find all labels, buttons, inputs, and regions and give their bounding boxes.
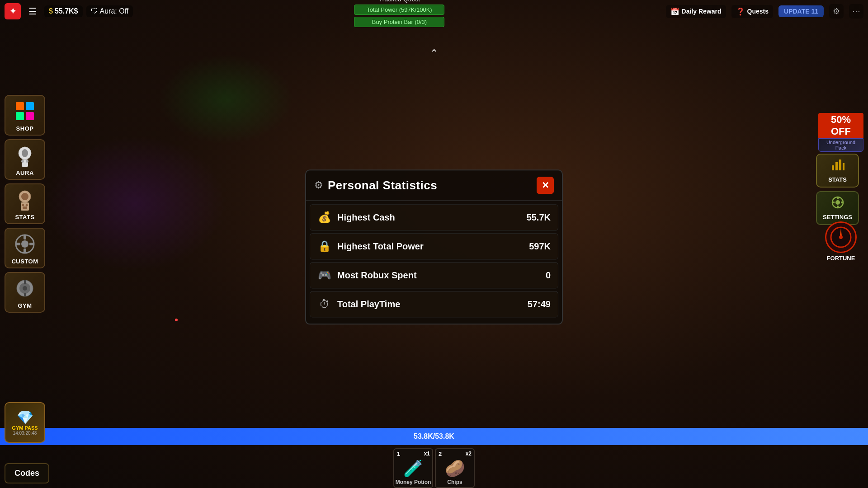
svg-rect-28 [839,160,841,170]
svg-point-31 [835,200,840,205]
codes-btn[interactable]: Codes [5,463,49,483]
gym-icon-sidebar [13,276,38,300]
stat-row-2: 🎮 Most Robux Spent 0 [310,262,558,288]
sidebar-item-custom[interactable]: CUSTOM [5,228,45,268]
sidebar-item-gym[interactable]: GYM [5,272,45,313]
stats-label-sidebar: STATS [15,214,34,221]
dialog-header: ⚙ Personal Statistics ✕ [306,170,562,201]
sidebar-item-aura[interactable]: AURA [5,139,45,180]
daily-reward-btn[interactable]: 📅 Daily Reward [666,5,726,18]
dialog-header-icon: ⚙ [314,179,323,191]
svg-point-23 [23,286,27,291]
stat-name-0: Highest Cash [337,212,509,223]
stat-name-1: Highest Total Power [337,241,509,252]
quest1-bar[interactable]: Total Power (597K/100K) [354,5,444,15]
stat-icon-0: 💰 [317,211,332,224]
fortune-circle [825,221,857,253]
stat-icon-2: 🎮 [317,269,332,282]
inv-slot-2-name: Chips [447,479,462,485]
gym-pass-time: 14:03:20:48 [13,431,37,436]
fortune-label: FORTUNE [827,255,855,262]
bg-glow [45,136,226,271]
settings-panel-btn[interactable]: SETTINGS [816,191,859,225]
svg-rect-3 [26,112,34,120]
xp-bar: 53.8K/53.8K [0,428,868,445]
svg-point-5 [22,149,28,157]
cash-display: $ 55.7K$ [44,5,83,17]
shop-label: SHOP [16,125,34,132]
left-sidebar: SHOP AURA STATS [5,95,45,313]
update-badge[interactable]: UPDATE 11 [778,5,824,17]
stat-value-1: 597K [514,241,551,252]
gym-label-sidebar: GYM [18,302,32,309]
promo-pack-label: Underground Pack [818,138,863,152]
chevron-up-icon[interactable]: ⌃ [430,47,438,59]
svg-rect-14 [23,206,27,209]
promo-badge[interactable]: 50% OFF Underground Pack 19:01 [818,113,863,151]
right-sidebar: STATS SETTINGS [816,154,859,225]
sidebar-item-stats[interactable]: STATS [5,183,45,224]
dialog-body: 💰 Highest Cash 55.7K 🔒 Highest Total Pow… [306,201,562,324]
cash-icon: $ [49,7,53,15]
inventory-bar: 1 x1 🧪 Money Potion 2 x2 🥔 Chips [393,448,475,488]
stat-icon-1: 🔒 [317,240,332,253]
quests-icon: ❓ [736,7,745,16]
settings-panel-icon [831,196,844,212]
stats-panel-icon [831,159,844,174]
quest2-bar[interactable]: Buy Protein Bar (0/3) [354,17,444,27]
svg-rect-17 [24,235,26,239]
inv-slot-1[interactable]: 1 x1 🧪 Money Potion [393,448,433,488]
svg-point-16 [21,240,28,248]
promo-off: 50% OFF [818,113,863,138]
inv-slot-2-icon: 🥔 [445,459,465,478]
cash-value: 55.7K$ [55,7,78,15]
gear-icon[interactable]: ⚙ [829,4,844,19]
shop-icon [13,99,38,123]
svg-rect-24 [24,280,26,284]
stat-icon-3: ⏱ [317,298,332,310]
inv-slot-1-name: Money Potion [396,479,431,485]
inv-slot-1-count: x1 [424,450,430,457]
quests-btn[interactable]: ❓ Quests [731,5,773,18]
svg-point-37 [839,235,843,239]
svg-point-7 [21,160,24,163]
stat-value-3: 57:49 [514,299,551,310]
xp-bar-container: 53.8K/53.8K [0,428,868,445]
svg-rect-20 [29,243,34,245]
menu-icon[interactable]: ☰ [24,3,41,19]
topbar-right: 📅 Daily Reward ❓ Quests UPDATE 11 ⚙ ⋯ [666,4,863,19]
more-options-icon[interactable]: ⋯ [849,4,863,19]
svg-point-10 [21,193,28,200]
stat-name-2: Most Robux Spent [337,270,509,281]
roblox-icon[interactable]: ✦ [5,3,21,19]
svg-rect-2 [16,112,24,120]
gym-pass-btn[interactable]: 💎 GYM PASS 14:03:20:48 [5,402,45,443]
gym-pass-icon: 💎 [17,409,33,425]
svg-rect-0 [16,102,24,110]
svg-rect-1 [26,102,34,110]
personal-statistics-dialog: ⚙ Personal Statistics ✕ 💰 Highest Cash 5… [305,169,563,324]
fortune-btn[interactable]: FORTUNE [818,221,863,267]
svg-rect-35 [841,202,844,203]
inv-slot-1-number: 1 [397,450,400,457]
stats-icon-sidebar [13,187,38,212]
dialog-close-btn[interactable]: ✕ [537,177,554,194]
custom-icon-sidebar [13,231,38,256]
inv-slot-2-number: 2 [439,450,442,457]
stat-name-3: Total PlayTime [337,299,509,310]
aura-icon: 🛡 [91,7,98,15]
stat-row-3: ⏱ Total PlayTime 57:49 [310,291,558,317]
svg-rect-32 [837,197,839,199]
settings-panel-label: SETTINGS [823,214,852,221]
inv-slot-2-count: x2 [466,450,472,457]
aura-icon-sidebar [13,143,38,168]
stats-panel-btn[interactable]: STATS [816,154,859,188]
bg-green [158,54,294,145]
stat-row-0: 💰 Highest Cash 55.7K [310,204,558,230]
inv-slot-2[interactable]: 2 x2 🥔 Chips [435,448,475,488]
daily-reward-icon: 📅 [670,7,679,16]
xp-bar-text: 53.8K/53.8K [414,432,454,441]
svg-rect-19 [16,243,20,245]
sidebar-item-shop[interactable]: SHOP [5,95,45,136]
svg-point-13 [26,204,28,206]
